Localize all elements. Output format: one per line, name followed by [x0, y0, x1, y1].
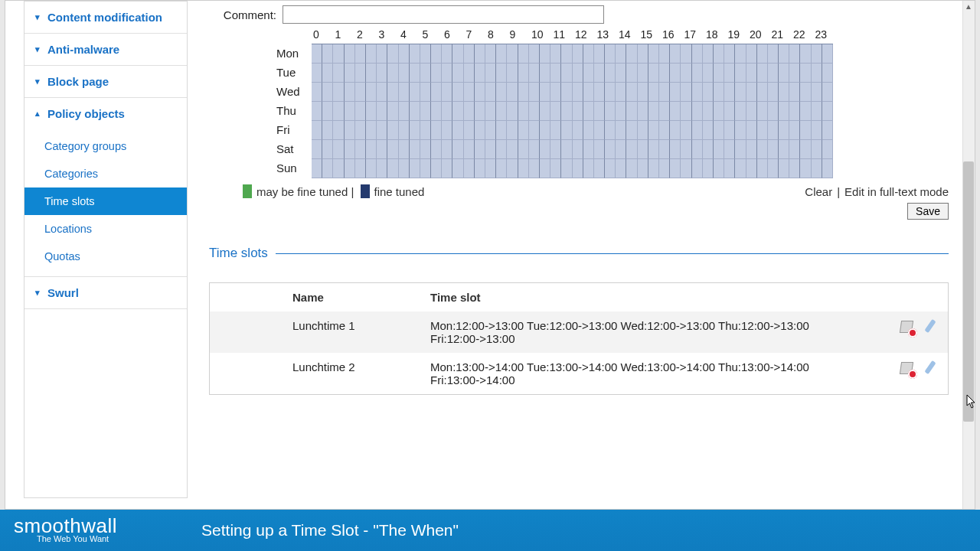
- grid-cell[interactable]: [322, 159, 333, 178]
- grid-cell[interactable]: [333, 140, 344, 159]
- grid-cell[interactable]: [420, 44, 431, 64]
- grid-cell[interactable]: [496, 44, 507, 64]
- grid-cell[interactable]: [659, 83, 670, 102]
- grid-cell[interactable]: [475, 121, 485, 140]
- grid-cell[interactable]: [550, 140, 561, 159]
- grid-cell[interactable]: [822, 159, 833, 178]
- grid-cell[interactable]: [670, 159, 681, 178]
- grid-cell[interactable]: [507, 102, 518, 121]
- grid-cell[interactable]: [714, 44, 724, 64]
- grid-cell[interactable]: [322, 102, 333, 121]
- grid-cell[interactable]: [431, 102, 442, 121]
- grid-row[interactable]: [312, 64, 833, 83]
- grid-cell[interactable]: [670, 102, 681, 121]
- grid-cell[interactable]: [681, 140, 691, 159]
- grid-cell[interactable]: [496, 64, 507, 83]
- grid-cell[interactable]: [442, 83, 452, 102]
- grid-cell[interactable]: [648, 159, 659, 178]
- grid-cell[interactable]: [648, 121, 659, 140]
- grid-cell[interactable]: [724, 44, 735, 64]
- grid-cell[interactable]: [703, 102, 714, 121]
- grid-cell[interactable]: [757, 159, 768, 178]
- grid-cell[interactable]: [550, 64, 561, 83]
- grid-cell[interactable]: [540, 44, 550, 64]
- grid-cell[interactable]: [724, 83, 735, 102]
- grid-cell[interactable]: [757, 64, 768, 83]
- grid-cell[interactable]: [355, 140, 366, 159]
- grid-cell[interactable]: [789, 102, 800, 121]
- grid-cell[interactable]: [724, 121, 735, 140]
- grid-cell[interactable]: [377, 83, 387, 102]
- grid-cell[interactable]: [779, 102, 789, 121]
- grid-cell[interactable]: [366, 64, 377, 83]
- grid-cell[interactable]: [768, 140, 779, 159]
- grid-cell[interactable]: [812, 83, 822, 102]
- grid-cell[interactable]: [681, 121, 691, 140]
- grid-cell[interactable]: [475, 44, 485, 64]
- grid-cell[interactable]: [355, 64, 366, 83]
- grid-cell[interactable]: [789, 44, 800, 64]
- grid-cell[interactable]: [442, 64, 452, 83]
- grid-cell[interactable]: [366, 159, 377, 178]
- sidebar-item-locations[interactable]: Locations: [24, 215, 187, 243]
- grid-cell[interactable]: [410, 102, 420, 121]
- grid-cell[interactable]: [464, 83, 475, 102]
- grid-cell[interactable]: [507, 140, 518, 159]
- grid-cell[interactable]: [746, 64, 757, 83]
- grid-cell[interactable]: [442, 121, 452, 140]
- grid-cell[interactable]: [746, 121, 757, 140]
- grid-cell[interactable]: [648, 102, 659, 121]
- grid-cell[interactable]: [746, 159, 757, 178]
- grid-cell[interactable]: [561, 159, 572, 178]
- grid-cell[interactable]: [496, 159, 507, 178]
- grid-cell[interactable]: [485, 44, 496, 64]
- grid-cell[interactable]: [452, 44, 463, 64]
- scrollbar-track[interactable]: ▲: [962, 1, 975, 509]
- grid-cell[interactable]: [616, 102, 626, 121]
- grid-cell[interactable]: [442, 159, 452, 178]
- grid-cell[interactable]: [779, 140, 789, 159]
- grid-cell[interactable]: [322, 44, 333, 64]
- grid-cell[interactable]: [355, 121, 366, 140]
- grid-cell[interactable]: [594, 44, 605, 64]
- grid-cell[interactable]: [540, 140, 550, 159]
- grid-cell[interactable]: [724, 140, 735, 159]
- grid-cell[interactable]: [366, 83, 377, 102]
- grid-cell[interactable]: [377, 64, 387, 83]
- grid-cell[interactable]: [410, 44, 420, 64]
- grid-cell[interactable]: [779, 83, 789, 102]
- grid-cell[interactable]: [812, 140, 822, 159]
- grid-cell[interactable]: [800, 64, 811, 83]
- grid-cell[interactable]: [812, 64, 822, 83]
- grid-cell[interactable]: [452, 140, 463, 159]
- grid-cell[interactable]: [333, 44, 344, 64]
- grid-cell[interactable]: [518, 44, 529, 64]
- grid-cell[interactable]: [626, 44, 637, 64]
- grid-cell[interactable]: [800, 159, 811, 178]
- grid-cell[interactable]: [410, 159, 420, 178]
- grid-cell[interactable]: [561, 102, 572, 121]
- grid-cell[interactable]: [464, 44, 475, 64]
- grid-cell[interactable]: [399, 64, 410, 83]
- grid-cell[interactable]: [452, 121, 463, 140]
- grid-cell[interactable]: [703, 159, 714, 178]
- grid-cell[interactable]: [735, 64, 746, 83]
- grid-cell[interactable]: [670, 83, 681, 102]
- grid-cell[interactable]: [420, 83, 431, 102]
- grid-cell[interactable]: [626, 64, 637, 83]
- grid-row[interactable]: [312, 44, 833, 64]
- grid-cell[interactable]: [485, 159, 496, 178]
- grid-cell[interactable]: [638, 121, 648, 140]
- grid-cell[interactable]: [703, 44, 714, 64]
- grid-cell[interactable]: [518, 83, 529, 102]
- grid-cell[interactable]: [692, 64, 703, 83]
- grid-cell[interactable]: [692, 159, 703, 178]
- grid-cell[interactable]: [714, 121, 724, 140]
- sidebar-item-quotas[interactable]: Quotas: [24, 243, 187, 270]
- grid-cell[interactable]: [681, 44, 691, 64]
- grid-cell[interactable]: [485, 102, 496, 121]
- grid-cell[interactable]: [399, 140, 410, 159]
- grid-cell[interactable]: [507, 83, 518, 102]
- grid-cell[interactable]: [626, 102, 637, 121]
- grid-cell[interactable]: [812, 121, 822, 140]
